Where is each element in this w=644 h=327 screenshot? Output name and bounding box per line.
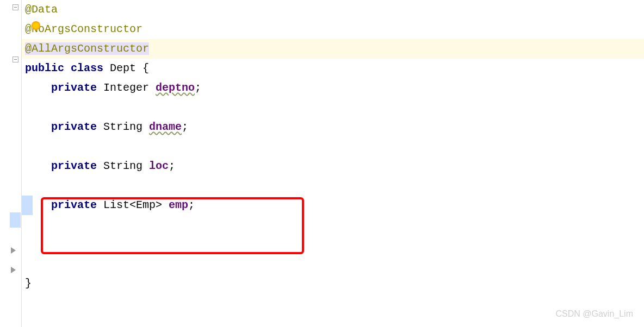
keyword-private: private [51, 160, 97, 172]
run-marker-icon[interactable] [10, 247, 16, 254]
gutter [0, 0, 22, 327]
code-line-empty [22, 176, 644, 196]
semicolon: ; [188, 199, 195, 211]
code-line: public class Dept { [22, 59, 644, 78]
caret-line-indicator [10, 212, 21, 228]
annotation-noargs: @NoArgsConstructor [25, 23, 143, 35]
lightbulb-icon[interactable] [32, 21, 40, 30]
open-brace: { [136, 62, 149, 74]
fold-marker-icon[interactable] [12, 4, 18, 10]
generic-emp: <Emp> [129, 199, 162, 211]
semicolon: ; [169, 160, 175, 172]
annotation-data: @Data [25, 3, 58, 16]
line-selection-marker [22, 196, 33, 215]
semicolon: ; [195, 81, 201, 94]
semicolon: ; [182, 121, 188, 133]
code-line: @Data [22, 0, 644, 20]
type-integer: Integer [103, 81, 149, 94]
code-line-empty [22, 235, 644, 254]
keyword-public: public [25, 62, 64, 74]
code-line: } [22, 274, 644, 293]
field-emp: emp [169, 199, 188, 211]
code-line: private List<Emp> emp; [22, 196, 644, 215]
fold-marker-icon[interactable] [12, 56, 18, 62]
keyword-private: private [51, 199, 97, 211]
code-line-highlighted: @AllArgsConstructor [22, 39, 644, 59]
code-line: private Integer deptno; [22, 78, 644, 98]
keyword-private: private [51, 81, 97, 94]
field-loc: loc [149, 160, 169, 172]
code-line: @NoArgsConstructor [22, 20, 644, 39]
code-line-empty [22, 98, 644, 117]
keyword-class: class [71, 62, 103, 74]
run-marker-icon[interactable] [10, 267, 16, 273]
close-brace: } [25, 277, 32, 290]
code-editor-area[interactable]: @Data @NoArgsConstructor @AllArgsConstru… [22, 0, 644, 327]
code-line-empty [22, 137, 644, 156]
code-line: private String dname; [22, 117, 644, 137]
keyword-private: private [51, 121, 97, 133]
field-dname: dname [149, 121, 182, 133]
watermark-text: CSDN @Gavin_Lim [556, 309, 634, 319]
code-line-empty [22, 215, 644, 235]
code-line-empty [22, 254, 644, 274]
type-list: List [103, 199, 129, 211]
annotation-allargs: @AllArgsConstructor [25, 42, 149, 55]
class-name: Dept [110, 62, 136, 74]
field-deptno: deptno [156, 81, 195, 94]
type-string: String [103, 160, 143, 172]
type-string: String [103, 121, 143, 133]
code-line: private String loc; [22, 156, 644, 176]
